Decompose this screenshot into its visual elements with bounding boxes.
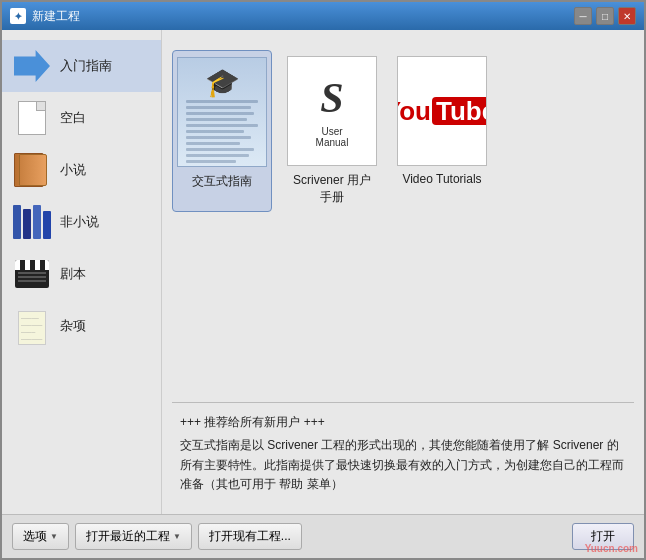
template-thumb-interactive: 🎓 [177,57,267,167]
dialog-footer: 选项 ▼ 打开最近的工程 ▼ 打开现有工程... 打开 [2,514,644,558]
misc-icon: ───────────────────────────────── [14,308,50,344]
template-grid: 🎓 [172,40,634,222]
sidebar-item-blank[interactable]: 空白 [2,92,161,144]
window-title: 新建工程 [32,8,574,25]
scrivener-s-logo: S [320,74,343,122]
sidebar-label-script: 剧本 [60,265,86,283]
novel-icon [14,152,50,188]
open-existing-button[interactable]: 打开现有工程... [198,523,302,550]
sidebar-label-novel: 小说 [60,161,86,179]
books-icon [14,204,50,240]
minimize-button[interactable]: ─ [574,7,592,25]
maximize-button[interactable]: □ [596,7,614,25]
dialog-content: 入门指南 空白 小说 [2,30,644,514]
text-lines-decoration [186,100,258,166]
open-recent-button[interactable]: 打开最近的工程 ▼ [75,523,192,550]
template-name-interactive: 交互式指南 [192,173,252,190]
templates-panel: 🎓 [172,40,634,504]
window-icon: ✦ [10,8,26,24]
youtube-you-text: You [397,98,431,124]
sidebar-item-novel[interactable]: 小说 [2,144,161,196]
spacer [172,222,634,402]
chevron-down-icon: ▼ [50,532,58,541]
sidebar-label-misc: 杂项 [60,317,86,335]
sidebar-item-nonfiction[interactable]: 非小说 [2,196,161,248]
graduation-hat-icon: 🎓 [205,66,240,99]
description-body: 交互式指南是以 Scrivener 工程的形式出现的，其使您能随着使用了解 Sc… [180,436,626,494]
template-thumb-youtube: YouTube [397,56,487,166]
window-controls: ─ □ ✕ [574,7,636,25]
category-sidebar: 入门指南 空白 小说 [2,30,162,514]
template-name-manual: Scrivener 用户手册 [288,172,376,206]
template-description: +++ 推荐给所有新用户 +++ 交互式指南是以 Scrivener 工程的形式… [172,402,634,504]
youtube-logo: YouTube [397,97,487,125]
sidebar-item-misc[interactable]: ───────────────────────────────── 杂项 [2,300,161,352]
template-thumb-manual: S UserManual [287,56,377,166]
manual-label: UserManual [316,126,349,148]
template-item-interactive[interactable]: 🎓 [172,50,272,212]
template-item-manual[interactable]: S UserManual Scrivener 用户手册 [282,50,382,212]
sidebar-item-script[interactable]: 剧本 [2,248,161,300]
template-area: 🎓 [162,30,644,514]
clapboard-icon [14,256,50,292]
sidebar-label-intro: 入门指南 [60,57,112,75]
titlebar: ✦ 新建工程 ─ □ ✕ [2,2,644,30]
template-item-youtube[interactable]: YouTube Video Tutorials [392,50,492,212]
close-button[interactable]: ✕ [618,7,636,25]
chevron-down-icon-recent: ▼ [173,532,181,541]
sidebar-item-intro[interactable]: 入门指南 [2,40,161,92]
sidebar-label-blank: 空白 [60,109,86,127]
arrow-icon [14,48,50,84]
page-icon [14,100,50,136]
youtube-tube-text: Tube [432,97,487,125]
template-name-youtube: Video Tutorials [402,172,481,186]
footer-left-buttons: 选项 ▼ 打开最近的工程 ▼ 打开现有工程... [12,523,566,550]
sidebar-label-nonfiction: 非小说 [60,213,99,231]
new-project-dialog: ✦ 新建工程 ─ □ ✕ 入门指南 空白 [0,0,646,560]
description-header: +++ 推荐给所有新用户 +++ [180,413,626,432]
options-button[interactable]: 选项 ▼ [12,523,69,550]
open-button[interactable]: 打开 [572,523,634,550]
